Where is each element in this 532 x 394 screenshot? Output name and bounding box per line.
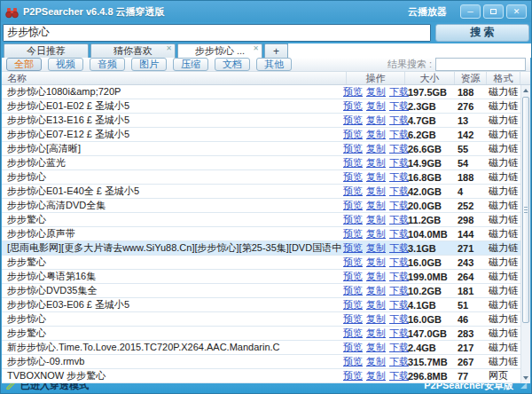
preview-link[interactable]: 预览 bbox=[343, 227, 363, 240]
preview-link[interactable]: 预览 bbox=[343, 199, 363, 212]
copy-link[interactable]: 复制 bbox=[366, 99, 386, 113]
copy-link[interactable]: 复制 bbox=[366, 341, 386, 354]
search-input[interactable] bbox=[3, 24, 431, 42]
table-row[interactable]: 步步惊心E03-E06 £ 圣城小5 预览 复制 下载 4.1GB 51 磁力链 bbox=[2, 298, 530, 312]
copy-link[interactable]: 复制 bbox=[366, 156, 386, 169]
result-search-label: 结果搜索 : bbox=[387, 58, 432, 71]
table-row[interactable]: 步步惊心粤语第16集 预览 复制 下载 199.0MB 264 磁力链 bbox=[2, 270, 530, 284]
preview-link[interactable]: 预览 bbox=[343, 298, 363, 311]
table-row[interactable]: 步步惊心[高清晰] 预览 复制 下载 26.6GB 55 磁力链 bbox=[2, 142, 530, 156]
preview-link[interactable]: 预览 bbox=[343, 241, 363, 255]
preview-link[interactable]: 预览 bbox=[343, 341, 363, 354]
tab-close-icon[interactable]: ✕ bbox=[166, 44, 172, 52]
close-button[interactable]: ✕ bbox=[506, 4, 527, 19]
minimize-button[interactable]: ─ bbox=[460, 4, 481, 19]
table-row[interactable]: 步步惊心DVD35集全 预览 复制 下载 10.2GB 181 磁力链 bbox=[2, 284, 530, 298]
tab-today-recommend[interactable]: 今日推荐 bbox=[4, 43, 89, 58]
copy-link[interactable]: 复制 bbox=[366, 170, 386, 184]
copy-link[interactable]: 复制 bbox=[366, 85, 386, 98]
table-row[interactable]: 步步惊心 预览 复制 下载 16.8GB 188 磁力链 bbox=[2, 170, 530, 185]
result-actions: 预览 复制 下载 bbox=[347, 85, 405, 98]
preview-link[interactable]: 预览 bbox=[343, 99, 363, 113]
maximize-button[interactable] bbox=[483, 4, 504, 19]
copy-link[interactable]: 复制 bbox=[366, 142, 386, 155]
copy-link[interactable]: 复制 bbox=[366, 185, 386, 198]
copy-link[interactable]: 复制 bbox=[366, 369, 386, 382]
copy-link[interactable]: 复制 bbox=[366, 213, 386, 226]
preview-link[interactable]: 预览 bbox=[343, 312, 363, 326]
preview-link[interactable]: 预览 bbox=[343, 270, 363, 283]
copy-link[interactable]: 复制 bbox=[366, 312, 386, 326]
filter-archive-button[interactable]: 压缩 bbox=[173, 58, 208, 71]
preview-link[interactable]: 预览 bbox=[343, 327, 363, 340]
table-row[interactable]: 步步惊心E01-E40全 £ 圣城小5 预览 复制 下载 42.0GB 4 磁力… bbox=[2, 185, 530, 199]
table-row[interactable]: 步步惊心高清DVD全集 预览 复制 下载 20.0GB 252 磁力链 bbox=[2, 199, 530, 213]
table-row[interactable]: 步步惊心蓝光 预览 复制 下载 14.9GB 54 磁力链 bbox=[2, 156, 530, 170]
result-resources: 46 bbox=[455, 314, 487, 325]
table-row[interactable]: 步步惊心-09.rmvb 预览 复制 下载 315.7MB 267 磁力链 bbox=[2, 355, 530, 369]
table-row[interactable]: 步步惊心 预览 复制 下载 16.0GB 46 磁力链 bbox=[2, 312, 530, 327]
preview-link[interactable]: 预览 bbox=[343, 85, 363, 98]
tab-search-result[interactable]: 步步惊心 ... ✕ bbox=[177, 43, 262, 58]
header-actions[interactable]: 操作 bbox=[347, 72, 405, 84]
header-format[interactable]: 格式 bbox=[487, 72, 520, 84]
preview-link[interactable]: 预览 bbox=[343, 213, 363, 226]
filter-other-button[interactable]: 其他 bbox=[256, 58, 292, 71]
copy-link[interactable]: 复制 bbox=[366, 227, 386, 240]
header-name[interactable]: 名称 bbox=[2, 72, 347, 84]
result-name: 步步驚心 bbox=[2, 327, 347, 340]
scroll-down-icon[interactable] bbox=[521, 374, 530, 382]
preview-link[interactable]: 预览 bbox=[343, 355, 363, 368]
header-size[interactable]: 大小 bbox=[405, 72, 455, 84]
scroll-up-icon[interactable] bbox=[521, 86, 530, 95]
tab-guess-you-like[interactable]: 猜你喜欢 ✕ bbox=[90, 43, 176, 58]
filter-document-button[interactable]: 文档 bbox=[215, 58, 250, 71]
table-row[interactable]: 步步惊心E01-E02 £ 圣城小5 预览 复制 下载 2.3GB 276 磁力… bbox=[2, 99, 530, 114]
preview-link[interactable]: 预览 bbox=[343, 284, 363, 297]
table-row[interactable]: 步步驚心 预览 复制 下载 16.0GB 243 磁力链 bbox=[2, 256, 530, 270]
table-row[interactable]: 步步驚心 预览 复制 下载 147.0GB 283 磁力链 bbox=[2, 327, 530, 341]
search-button[interactable]: 搜 索 bbox=[435, 24, 529, 42]
preview-link[interactable]: 预览 bbox=[343, 142, 363, 155]
new-tab-button[interactable]: + bbox=[264, 43, 288, 58]
result-resources: 276 bbox=[455, 101, 487, 112]
copy-link[interactable]: 复制 bbox=[366, 256, 386, 269]
copy-link[interactable]: 复制 bbox=[366, 327, 386, 340]
filter-audio-button[interactable]: 音频 bbox=[90, 58, 125, 71]
copy-link[interactable]: 复制 bbox=[366, 241, 386, 255]
results-table-body: 步步惊心1080i&amp;720P 预览 复制 下载 197.5GB 188 … bbox=[2, 85, 530, 383]
filter-video-button[interactable]: 视频 bbox=[48, 58, 83, 71]
table-row[interactable]: 新步步惊心.Time.To.Love.2015.TC720P.X264.AAC.… bbox=[2, 341, 530, 355]
header-resources[interactable]: 资源 bbox=[455, 72, 487, 84]
preview-link[interactable]: 预览 bbox=[343, 256, 363, 269]
tab-close-icon[interactable]: ✕ bbox=[253, 44, 259, 52]
table-row[interactable]: 步步惊心1080i&amp;720P 预览 复制 下载 197.5GB 188 … bbox=[2, 85, 530, 99]
cloud-player-button[interactable]: 云播放器 bbox=[408, 5, 447, 19]
table-row[interactable]: 步步惊心原声带 预览 复制 下载 104.0MB 144 磁力链 bbox=[2, 227, 530, 241]
preview-link[interactable]: 预览 bbox=[343, 114, 363, 127]
copy-link[interactable]: 复制 bbox=[366, 114, 386, 127]
table-row[interactable]: 步步惊心E13-E16 £ 圣城小5 预览 复制 下载 4.7GB 13 磁力链 bbox=[2, 114, 530, 128]
vertical-scrollbar[interactable] bbox=[520, 85, 530, 383]
filter-image-button[interactable]: 图片 bbox=[131, 58, 167, 71]
preview-link[interactable]: 预览 bbox=[343, 185, 363, 198]
result-size: 4.1GB bbox=[405, 300, 455, 311]
copy-link[interactable]: 复制 bbox=[366, 355, 386, 368]
copy-link[interactable]: 复制 bbox=[366, 298, 386, 311]
result-resources: 77 bbox=[455, 371, 487, 382]
preview-link[interactable]: 预览 bbox=[343, 156, 363, 169]
copy-link[interactable]: 复制 bbox=[366, 270, 386, 283]
table-row[interactable]: 步步惊心E07-E12 £ 圣城小5 预览 复制 下载 6.2GB 142 磁力… bbox=[2, 128, 530, 142]
table-row[interactable]: TVBOXNOW 步步驚心 预览 复制 下载 296.8MB 77 网页 bbox=[2, 369, 530, 383]
preview-link[interactable]: 预览 bbox=[343, 170, 363, 184]
filter-all-button[interactable]: 全部 bbox=[6, 58, 42, 71]
copy-link[interactable]: 复制 bbox=[366, 199, 386, 212]
table-row[interactable]: [思雨电影网][更多大片请去www.SiYu88.Cn][步步惊心][第25-3… bbox=[2, 241, 530, 256]
table-row[interactable]: 步步驚心 预览 复制 下载 11.2GB 298 磁力链 bbox=[2, 213, 530, 227]
preview-link[interactable]: 预览 bbox=[343, 369, 363, 382]
copy-link[interactable]: 复制 bbox=[366, 128, 386, 141]
copy-link[interactable]: 复制 bbox=[366, 284, 386, 297]
preview-link[interactable]: 预览 bbox=[343, 128, 363, 141]
result-search-input[interactable] bbox=[435, 58, 526, 71]
scrollbar-thumb[interactable] bbox=[522, 97, 529, 323]
